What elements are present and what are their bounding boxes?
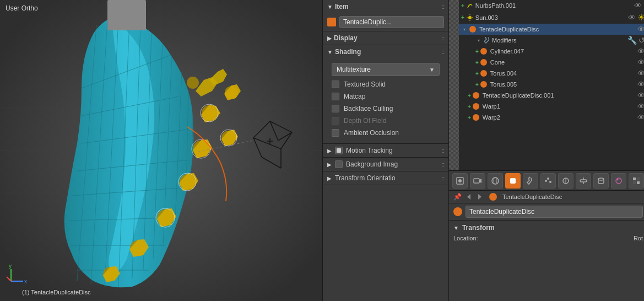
eye-icon[interactable]: 👁: [637, 25, 644, 34]
svg-text:x: x: [24, 278, 27, 284]
curve-icon: [466, 2, 474, 9]
svg-point-85: [617, 179, 619, 180]
motion-tracking-arrow: ▶: [327, 148, 332, 154]
expand-icon: ▾: [475, 37, 482, 44]
outliner-item[interactable]: + Warp2 👁: [459, 112, 644, 123]
transform-header: ▼ Transform: [453, 224, 643, 232]
svg-text:y: y: [9, 263, 12, 269]
outliner-list: + NurbsPath.001 👁 | +: [459, 0, 644, 170]
object-icon: [473, 92, 479, 99]
matcap-row: Matcap: [327, 90, 444, 103]
right-panel: + NurbsPath.001 👁 | +: [449, 0, 644, 301]
matcap-checkbox[interactable]: [332, 93, 339, 100]
depth-of-field-row: Depth Of Field: [327, 115, 444, 127]
expand-icon: +: [475, 71, 479, 77]
object-name-input[interactable]: [466, 206, 643, 218]
item-name: Torus.004: [490, 70, 636, 77]
navigate-right-icon[interactable]: [476, 193, 484, 201]
motion-tracking-checkbox[interactable]: [335, 147, 343, 154]
render-props-button[interactable]: [452, 173, 468, 189]
display-collapse-arrow: ▶: [327, 35, 332, 41]
eye-icon[interactable]: 👁: [637, 80, 644, 89]
eye-icon[interactable]: 👁: [637, 102, 644, 111]
object-name-display: TentacleDuplicateDisc: [502, 194, 643, 200]
eye-icon[interactable]: 👁: [634, 1, 642, 10]
expand-icon: +: [461, 3, 464, 9]
transform-orientations-header[interactable]: ▶ Transform Orientatio ::: [323, 171, 448, 185]
transform-orientations-arrow: ▶: [327, 175, 332, 181]
outliner-item[interactable]: ▾ TentacleDuplicateDisc 👁: [459, 24, 644, 35]
viewport-canvas: x y: [0, 0, 322, 301]
rotation-label: Rot: [634, 235, 643, 241]
physics-props-button[interactable]: [558, 173, 573, 189]
item-name-input[interactable]: TentacleDuplic...: [339, 16, 444, 28]
object-icon: [473, 114, 479, 121]
textured-solid-checkbox[interactable]: [332, 80, 339, 88]
item-section-header[interactable]: ▼ Item ::: [323, 0, 448, 13]
modifiers-props-button[interactable]: [523, 173, 538, 189]
outliner-item[interactable]: + Sun.003 👁 ☀: [459, 11, 644, 24]
background-images-checkbox[interactable]: [335, 160, 343, 168]
eye-icon[interactable]: 👁: [628, 13, 636, 22]
pin-icon[interactable]: 📌: [453, 193, 462, 201]
object-icon: [480, 48, 487, 55]
particles-props-button[interactable]: [540, 173, 556, 189]
world-props-button[interactable]: [488, 173, 503, 189]
material-props-button[interactable]: [611, 173, 626, 189]
background-images-header[interactable]: ▶ Background Imag ::: [323, 158, 448, 171]
object-icon: [473, 103, 479, 110]
viewport-area[interactable]: User Ortho: [0, 0, 322, 301]
ambient-occlusion-checkbox[interactable]: [332, 129, 339, 137]
background-images-label: Background Imag: [346, 160, 398, 168]
outliner-item[interactable]: + Torus.004 👁: [459, 68, 644, 79]
outliner-item[interactable]: + NurbsPath.001 👁 |: [459, 0, 644, 11]
depth-of-field-checkbox[interactable]: [332, 117, 339, 125]
wrench-icon: [484, 37, 490, 44]
svg-point-77: [549, 181, 551, 183]
backface-culling-label: Backface Culling: [344, 105, 393, 112]
shading-section-header[interactable]: ▼ Shading ::: [323, 45, 448, 58]
item-collapse-arrow: ▼: [327, 4, 333, 10]
item-drag-handle: ::: [442, 4, 444, 10]
viewport-label: User Ortho: [6, 4, 38, 12]
outliner-item[interactable]: + Cone 👁: [459, 57, 644, 68]
svg-rect-88: [633, 181, 636, 184]
textured-solid-label: Textured Solid: [344, 80, 386, 88]
eye-icon[interactable]: 👁: [637, 47, 644, 56]
eye-icon[interactable]: 👁: [637, 58, 644, 67]
item-section-label: Item: [335, 3, 349, 10]
shading-dropdown[interactable]: Multitexture ▼: [332, 63, 440, 76]
backface-culling-checkbox[interactable]: [332, 105, 339, 112]
eye-icon[interactable]: 👁: [637, 113, 644, 122]
eye-icon[interactable]: 👁: [637, 91, 644, 100]
object-props-button[interactable]: [505, 173, 521, 189]
constraints-props-button[interactable]: [576, 173, 591, 189]
outliner-item[interactable]: + Cylinder.047 👁: [459, 46, 644, 57]
props-pin-row: 📌 TentacleDuplicateDisc: [449, 191, 644, 203]
eye-icon[interactable]: 👁: [637, 69, 644, 78]
outliner-item[interactable]: + Torus.005 👁: [459, 79, 644, 90]
svg-point-39: [187, 77, 199, 89]
svg-rect-74: [510, 178, 516, 184]
item-name: Sun.003: [475, 14, 624, 21]
matcap-label: Matcap: [344, 93, 365, 100]
svg-rect-86: [633, 178, 636, 180]
outliner-item[interactable]: ▾ Modifiers 🔧 ↺: [459, 35, 644, 46]
display-section-header[interactable]: ▶ Display ::: [323, 31, 448, 45]
outliner-item[interactable]: + Warp1 👁: [459, 101, 644, 112]
navigate-left-icon[interactable]: [465, 193, 473, 201]
svg-point-72: [492, 178, 499, 184]
motion-tracking-section: ▶ Motion Tracking ::: [323, 144, 448, 158]
object-icon: [480, 59, 487, 66]
shading-dropdown-value: Multitexture: [337, 66, 371, 73]
texture-props-button[interactable]: [629, 173, 644, 189]
camera-props-button[interactable]: [470, 173, 485, 189]
expand-icon: +: [468, 104, 471, 110]
motion-tracking-header[interactable]: ▶ Motion Tracking ::: [323, 144, 448, 157]
outliner-item[interactable]: + TentacleDuplicateDisc.001 👁: [459, 90, 644, 101]
svg-marker-90: [467, 194, 470, 200]
data-props-button[interactable]: [593, 173, 609, 189]
location-label: Location:: [453, 235, 484, 241]
multitexture-dropdown-row: Multitexture ▼: [327, 61, 444, 78]
svg-point-84: [616, 178, 621, 184]
